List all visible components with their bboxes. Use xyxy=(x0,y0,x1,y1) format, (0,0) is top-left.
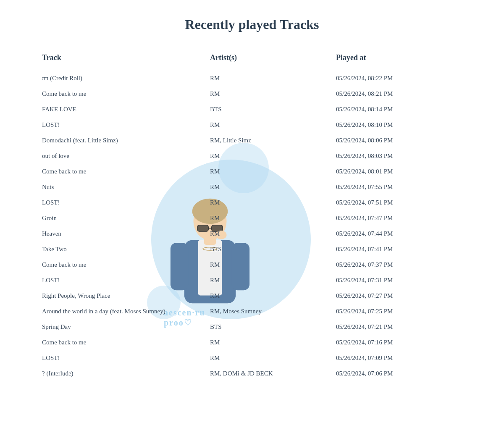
cell-track: out of love xyxy=(42,148,210,164)
table-row: out of loveRM05/26/2024, 08:03 PM xyxy=(42,148,462,164)
cell-played-at: 05/26/2024, 08:01 PM xyxy=(336,164,462,179)
cell-track: Come back to me xyxy=(42,335,210,350)
table-row: LOST!RM05/26/2024, 07:31 PM xyxy=(42,273,462,288)
header-played-at: Played at xyxy=(336,49,462,71)
table-row: NutsRM05/26/2024, 07:55 PM xyxy=(42,179,462,195)
table-row: Come back to meRM05/26/2024, 08:01 PM xyxy=(42,164,462,179)
cell-artist: RM xyxy=(210,226,336,242)
cell-track: ππ (Credit Roll) xyxy=(42,71,210,86)
table-row: LOST!RM05/26/2024, 08:10 PM xyxy=(42,117,462,133)
table-row: ππ (Credit Roll)RM05/26/2024, 08:22 PM xyxy=(42,71,462,86)
cell-played-at: 05/26/2024, 07:25 PM xyxy=(336,304,462,319)
page-title: Recently played Tracks xyxy=(42,17,462,32)
cell-played-at: 05/26/2024, 07:21 PM xyxy=(336,319,462,335)
cell-played-at: 05/26/2024, 08:06 PM xyxy=(336,133,462,148)
table-row: Come back to meRM05/26/2024, 07:37 PM xyxy=(42,257,462,273)
cell-played-at: 05/26/2024, 08:22 PM xyxy=(336,71,462,86)
header-track: Track xyxy=(42,49,210,71)
cell-artist: RM xyxy=(210,350,336,366)
cell-artist: RM xyxy=(210,288,336,304)
table-row: Spring DayBTS05/26/2024, 07:21 PM xyxy=(42,319,462,335)
cell-artist: RM xyxy=(210,335,336,350)
cell-artist: RM xyxy=(210,148,336,164)
cell-played-at: 05/26/2024, 08:21 PM xyxy=(336,86,462,102)
cell-track: Come back to me xyxy=(42,164,210,179)
cell-played-at: 05/26/2024, 07:44 PM xyxy=(336,226,462,242)
table-row: Around the world in a day (feat. Moses S… xyxy=(42,304,462,319)
cell-played-at: 05/26/2024, 07:27 PM xyxy=(336,288,462,304)
cell-track: Around the world in a day (feat. Moses S… xyxy=(42,304,210,319)
table-row: HeavenRM05/26/2024, 07:44 PM xyxy=(42,226,462,242)
cell-played-at: 05/26/2024, 07:06 PM xyxy=(336,366,462,381)
cell-track: Take Two xyxy=(42,242,210,257)
cell-artist: RM, Moses Sumney xyxy=(210,304,336,319)
table-row: Right People, Wrong PlaceRM05/26/2024, 0… xyxy=(42,288,462,304)
table-row: Come back to meRM05/26/2024, 08:21 PM xyxy=(42,86,462,102)
cell-track: Come back to me xyxy=(42,86,210,102)
tracks-body: ππ (Credit Roll)RM05/26/2024, 08:22 PMCo… xyxy=(42,71,462,381)
cell-track: LOST! xyxy=(42,350,210,366)
cell-played-at: 05/26/2024, 07:51 PM xyxy=(336,195,462,210)
table-row: LOST!RM05/26/2024, 07:09 PM xyxy=(42,350,462,366)
page-container: Recently played Tracks xyxy=(0,0,504,398)
table-row: Come back to meRM05/26/2024, 07:16 PM xyxy=(42,335,462,350)
cell-played-at: 05/26/2024, 07:31 PM xyxy=(336,273,462,288)
cell-artist: RM xyxy=(210,273,336,288)
table-row: Domodachi (feat. Little Simz)RM, Little … xyxy=(42,133,462,148)
cell-track: Come back to me xyxy=(42,257,210,273)
table-row: Take TwoBTS05/26/2024, 07:41 PM xyxy=(42,242,462,257)
cell-artist: BTS xyxy=(210,319,336,335)
cell-track: Heaven xyxy=(42,226,210,242)
cell-played-at: 05/26/2024, 07:37 PM xyxy=(336,257,462,273)
table-row: ? (Interlude)RM, DOMi & JD BECK05/26/202… xyxy=(42,366,462,381)
cell-artist: RM xyxy=(210,195,336,210)
cell-track: LOST! xyxy=(42,117,210,133)
cell-track: Spring Day xyxy=(42,319,210,335)
cell-track: Groin xyxy=(42,210,210,226)
cell-artist: RM xyxy=(210,210,336,226)
cell-artist: RM xyxy=(210,179,336,195)
cell-track: LOST! xyxy=(42,273,210,288)
cell-artist: BTS xyxy=(210,102,336,117)
cell-played-at: 05/26/2024, 07:16 PM xyxy=(336,335,462,350)
cell-artist: RM xyxy=(210,117,336,133)
cell-played-at: 05/26/2024, 07:47 PM xyxy=(336,210,462,226)
cell-track: ? (Interlude) xyxy=(42,366,210,381)
cell-artist: RM xyxy=(210,86,336,102)
cell-track: Domodachi (feat. Little Simz) xyxy=(42,133,210,148)
cell-artist: RM, DOMi & JD BECK xyxy=(210,366,336,381)
cell-artist: RM xyxy=(210,164,336,179)
cell-played-at: 05/26/2024, 08:03 PM xyxy=(336,148,462,164)
cell-artist: RM, Little Simz xyxy=(210,133,336,148)
cell-artist: BTS xyxy=(210,242,336,257)
table-header-row: Track Artist(s) Played at xyxy=(42,49,462,71)
cell-played-at: 05/26/2024, 08:14 PM xyxy=(336,102,462,117)
tracks-table: Track Artist(s) Played at ππ (Credit Rol… xyxy=(42,49,462,381)
header-artists: Artist(s) xyxy=(210,49,336,71)
cell-track: LOST! xyxy=(42,195,210,210)
cell-artist: RM xyxy=(210,71,336,86)
table-row: LOST!RM05/26/2024, 07:51 PM xyxy=(42,195,462,210)
cell-played-at: 05/26/2024, 07:09 PM xyxy=(336,350,462,366)
cell-track: Nuts xyxy=(42,179,210,195)
cell-artist: RM xyxy=(210,257,336,273)
table-row: GroinRM05/26/2024, 07:47 PM xyxy=(42,210,462,226)
cell-track: FAKE LOVE xyxy=(42,102,210,117)
cell-played-at: 05/26/2024, 07:55 PM xyxy=(336,179,462,195)
cell-played-at: 05/26/2024, 07:41 PM xyxy=(336,242,462,257)
table-row: FAKE LOVEBTS05/26/2024, 08:14 PM xyxy=(42,102,462,117)
cell-played-at: 05/26/2024, 08:10 PM xyxy=(336,117,462,133)
cell-track: Right People, Wrong Place xyxy=(42,288,210,304)
